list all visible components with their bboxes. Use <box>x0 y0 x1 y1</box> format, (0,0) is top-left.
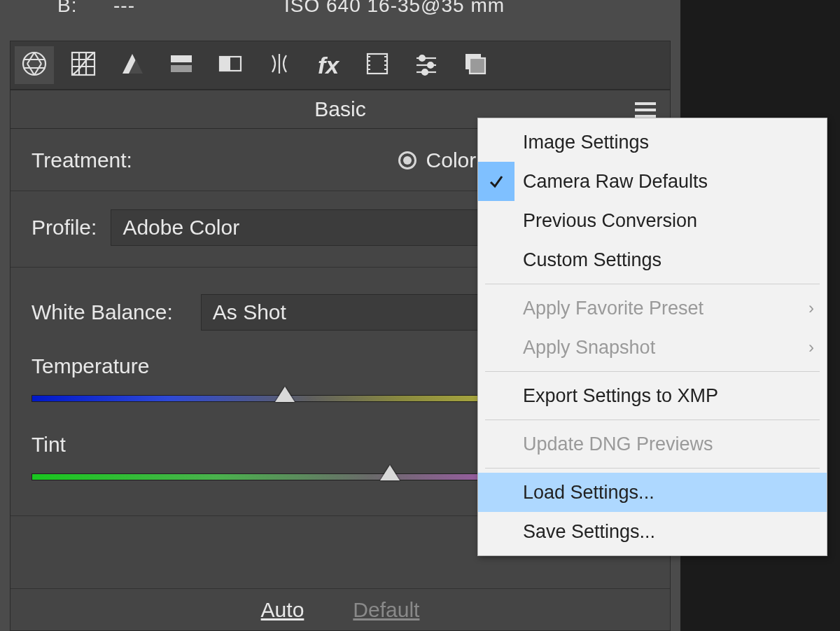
menu-item-label: Image Settings <box>523 132 649 153</box>
auto-default-row: Auto Default <box>10 588 670 630</box>
tab-effects[interactable]: fx <box>309 46 348 84</box>
rgb-b-label: B: <box>57 0 77 17</box>
svg-point-0 <box>23 53 46 75</box>
svg-rect-2 <box>171 55 192 62</box>
menu-item-camera-raw-defaults[interactable]: Camera Raw Defaults <box>478 162 827 201</box>
tint-thumb[interactable] <box>380 465 400 480</box>
menu-item-load-settings[interactable]: Load Settings... <box>478 473 827 512</box>
radio-dot-icon <box>398 151 416 169</box>
check-icon <box>478 201 514 240</box>
white-balance-label: White Balance: <box>31 300 173 324</box>
tab-detail[interactable] <box>113 46 152 84</box>
profile-value: Adobe Color <box>122 216 239 240</box>
exif-meta: ISO 640 16-35@35 mm <box>284 0 505 17</box>
menu-item-label: Custom Settings <box>523 249 662 271</box>
menu-item-export-settings-to-xmp[interactable]: Export Settings to XMP <box>478 376 827 415</box>
aperture-icon <box>20 50 48 81</box>
svg-rect-3 <box>171 65 192 72</box>
tab-basic[interactable] <box>15 46 54 84</box>
check-icon <box>478 512 514 551</box>
tab-snapshots[interactable] <box>456 46 495 84</box>
menu-item-label: Export Settings to XMP <box>523 385 718 407</box>
menu-item-apply-favorite-preset: Apply Favorite Preset› <box>478 289 827 328</box>
check-icon <box>478 376 514 415</box>
chevron-right-icon: › <box>808 298 814 318</box>
menu-item-update-dng-previews: Update DNG Previews <box>478 424 827 464</box>
menu-item-custom-settings[interactable]: Custom Settings <box>478 240 827 279</box>
menu-separator <box>485 419 820 420</box>
menu-item-image-settings[interactable]: Image Settings <box>478 123 827 162</box>
default-button: Default <box>353 598 419 622</box>
treatment-label: Treatment: <box>31 148 132 172</box>
treatment-radio-color[interactable]: Color <box>398 148 477 172</box>
auto-button[interactable]: Auto <box>261 598 304 622</box>
tab-presets[interactable] <box>407 46 446 84</box>
menu-item-save-settings[interactable]: Save Settings... <box>478 512 827 551</box>
menu-separator <box>485 284 820 284</box>
curve-grid-icon <box>69 50 97 81</box>
svg-rect-7 <box>368 54 387 74</box>
menu-item-label: Update DNG Previews <box>523 434 713 455</box>
tab-calibration[interactable] <box>358 46 397 84</box>
treatment-color-label: Color <box>426 148 477 172</box>
chevron-right-icon: › <box>808 338 814 357</box>
check-icon <box>478 240 514 279</box>
tab-tone-curve[interactable] <box>64 46 103 84</box>
temperature-thumb[interactable] <box>275 387 295 402</box>
tab-lens-corrections[interactable] <box>260 46 299 84</box>
split-toning-icon <box>216 50 244 81</box>
hsl-icon <box>167 50 195 81</box>
svg-rect-5 <box>220 57 230 71</box>
panel-title: Basic <box>314 97 365 121</box>
svg-point-11 <box>428 62 433 68</box>
rgb-b-value: --- <box>113 0 135 17</box>
svg-point-9 <box>419 55 425 61</box>
lens-icon <box>265 50 293 81</box>
sliders-icon <box>412 50 440 81</box>
menu-separator <box>485 468 820 469</box>
check-icon <box>478 162 514 201</box>
panel-tab-bar: fx <box>10 41 671 90</box>
check-icon <box>478 289 514 328</box>
menu-item-label: Apply Snapshot <box>523 337 655 359</box>
menu-separator <box>485 371 820 372</box>
svg-point-13 <box>422 69 428 75</box>
panel-menu-button[interactable] <box>634 100 657 120</box>
info-row: B: --- ISO 640 16-35@35 mm <box>0 0 680 21</box>
check-icon <box>478 328 514 367</box>
fx-icon: fx <box>318 52 339 79</box>
check-icon <box>478 424 514 464</box>
tab-hsl[interactable] <box>162 46 201 84</box>
menu-item-label: Apply Favorite Preset <box>523 298 704 319</box>
snapshots-icon <box>461 50 489 81</box>
menu-item-label: Save Settings... <box>523 521 655 543</box>
check-icon <box>478 473 514 512</box>
panel-settings-menu[interactable]: Image SettingsCamera Raw DefaultsPreviou… <box>477 118 827 556</box>
white-balance-value: As Shot <box>213 300 286 324</box>
detail-icon <box>118 50 146 81</box>
menu-item-label: Camera Raw Defaults <box>523 171 708 193</box>
menu-item-label: Previous Conversion <box>523 210 697 232</box>
profile-label: Profile: <box>31 216 97 240</box>
svg-rect-15 <box>470 58 485 74</box>
filmstrip-icon <box>363 50 391 81</box>
tab-split-toning[interactable] <box>211 46 250 84</box>
menu-item-apply-snapshot: Apply Snapshot› <box>478 328 827 367</box>
menu-item-label: Load Settings... <box>523 482 654 504</box>
check-icon <box>478 123 514 162</box>
menu-item-previous-conversion[interactable]: Previous Conversion <box>478 201 827 240</box>
